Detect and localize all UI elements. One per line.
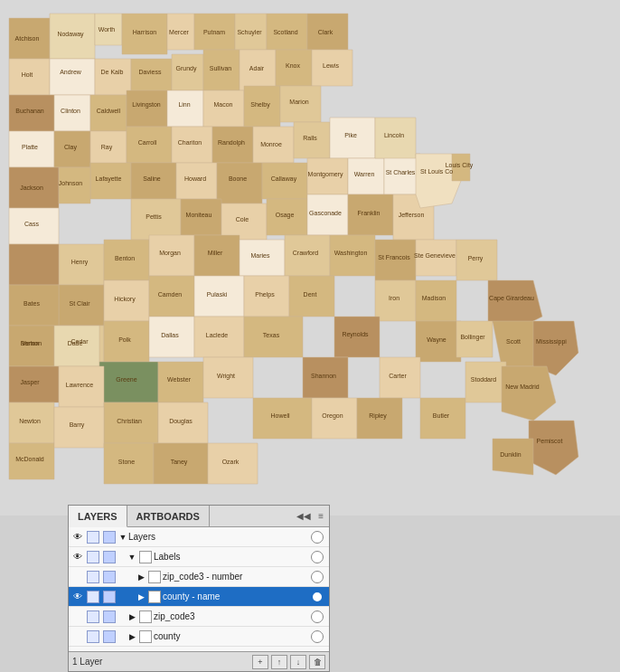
svg-text:Chariton: Chariton — [178, 139, 202, 146]
svg-text:De Kalb: De Kalb — [101, 69, 124, 75]
layer-target-circle[interactable] — [311, 630, 324, 643]
svg-text:McDonald: McDonald — [15, 456, 44, 462]
layer-visibility-icon[interactable]: 👁 — [70, 590, 85, 604]
panel-collapse-icon[interactable]: ◀◀ — [295, 510, 313, 522]
layer-name-label: zip_code3 - number — [163, 572, 311, 582]
svg-text:Macon: Macon — [213, 101, 232, 108]
panel-content: 👁▼Layers👁▼Labels▶zip_code3 - number👁▶cou… — [69, 527, 329, 651]
svg-text:Carter: Carter — [389, 373, 407, 379]
svg-text:Bollinger: Bollinger — [460, 334, 485, 341]
layer-expand-arrow[interactable]: ▼ — [127, 553, 137, 562]
layer-visibility-icon[interactable] — [70, 629, 85, 644]
svg-text:Crawford: Crawford — [293, 250, 319, 256]
panel-header: LAYERS ARTBOARDS ◀◀ ≡ — [69, 506, 329, 527]
svg-text:Dallas: Dallas — [161, 332, 179, 338]
county-grundy — [172, 54, 203, 90]
layer-target-circle[interactable] — [311, 571, 324, 583]
svg-text:Scotland: Scotland — [273, 29, 297, 35]
svg-text:Lawrence: Lawrence — [66, 382, 93, 388]
svg-text:Linn: Linn — [178, 101, 190, 108]
new-layer-icon[interactable]: + — [252, 655, 268, 669]
layer-visibility-icon[interactable] — [70, 610, 85, 624]
panel-menu-icon[interactable]: ≡ — [316, 510, 325, 522]
tab-layers[interactable]: LAYERS — [69, 506, 127, 527]
svg-text:Stoddard: Stoddard — [471, 376, 497, 383]
layer-expand-arrow[interactable]: ▶ — [127, 632, 137, 641]
svg-text:Callaway: Callaway — [271, 175, 297, 183]
layer-target-circle[interactable] — [311, 591, 324, 603]
layer-row-labels-group[interactable]: 👁▼Labels — [69, 547, 329, 567]
layer-color-indicator — [87, 630, 99, 643]
svg-text:Boone: Boone — [229, 175, 247, 182]
layer-color-indicator-2 — [103, 610, 116, 623]
svg-text:St Louis Co: St Louis Co — [420, 168, 453, 175]
layer-name-label: Labels — [154, 552, 311, 562]
svg-text:Louis City: Louis City — [446, 162, 474, 169]
move-up-icon[interactable]: ↑ — [271, 655, 287, 669]
panel-top-right: ◀◀ ≡ — [291, 506, 329, 526]
layer-visibility-icon[interactable]: 👁 — [70, 530, 85, 544]
svg-text:Bates: Bates — [23, 300, 40, 307]
svg-text:Moniteau: Moniteau — [186, 212, 212, 218]
svg-text:Texas: Texas — [263, 332, 280, 338]
svg-text:Barton: Barton — [21, 340, 40, 346]
svg-text:Stone: Stone — [118, 459, 135, 465]
svg-text:Washington: Washington — [334, 250, 368, 257]
svg-text:Clark: Clark — [318, 29, 333, 35]
svg-text:Taney: Taney — [171, 459, 188, 466]
svg-text:Randolph: Randolph — [218, 139, 245, 147]
layer-expand-arrow[interactable]: ▶ — [136, 592, 146, 601]
county-linn — [167, 90, 203, 127]
layer-expand-arrow[interactable]: ▼ — [117, 533, 128, 542]
svg-text:Howard: Howard — [184, 175, 206, 182]
svg-text:Sullivan: Sullivan — [210, 65, 232, 71]
layer-row-zip-code3[interactable]: ▶zip_code3 — [69, 607, 329, 627]
svg-text:Daviess: Daviess — [139, 69, 162, 75]
svg-text:Platte: Platte — [22, 144, 38, 150]
svg-text:Osage: Osage — [276, 212, 295, 219]
svg-text:Mercer: Mercer — [169, 29, 189, 35]
svg-text:Scott: Scott — [506, 338, 521, 345]
svg-text:Ralls: Ralls — [303, 135, 317, 141]
layer-name-label: county — [154, 631, 311, 641]
svg-text:Worth: Worth — [99, 26, 116, 33]
svg-text:Clinton: Clinton — [61, 108, 80, 114]
layer-target-circle[interactable] — [311, 551, 324, 563]
svg-text:Nodaway: Nodaway — [57, 31, 84, 38]
tab-artboards[interactable]: ARTBOARDS — [127, 506, 210, 526]
delete-layer-icon[interactable]: 🗑 — [309, 655, 325, 669]
svg-text:Polk: Polk — [118, 336, 131, 343]
svg-text:Camden: Camden — [158, 291, 183, 298]
svg-text:Warren: Warren — [354, 171, 375, 177]
layer-color-indicator — [87, 551, 99, 563]
svg-text:Greene: Greene — [116, 376, 136, 383]
svg-text:Ripley: Ripley — [369, 412, 387, 420]
layer-type-box — [148, 571, 161, 583]
svg-text:Marion: Marion — [289, 99, 309, 105]
svg-text:Johnson: Johnson — [59, 180, 83, 186]
layer-row-layers-root[interactable]: 👁▼Layers — [69, 527, 329, 547]
layer-expand-arrow[interactable]: ▶ — [127, 612, 137, 621]
layer-expand-arrow[interactable]: ▶ — [136, 573, 146, 582]
layer-color-indicator — [87, 571, 99, 583]
layer-row-county[interactable]: ▶county — [69, 627, 329, 647]
layer-type-box — [148, 591, 161, 603]
svg-text:Adair: Adair — [249, 65, 265, 71]
svg-text:Grundy: Grundy — [176, 65, 197, 72]
svg-text:Wayne: Wayne — [427, 336, 446, 344]
layer-row-zip-code3-number[interactable]: ▶zip_code3 - number — [69, 567, 329, 587]
svg-text:Andrew: Andrew — [60, 69, 82, 75]
layer-row-county-name[interactable]: 👁▶county - name — [69, 587, 329, 607]
layer-visibility-icon[interactable] — [70, 570, 85, 584]
layer-name-label: Layers — [128, 532, 311, 542]
svg-text:Pettis: Pettis — [146, 213, 162, 220]
svg-text:St Francois: St Francois — [378, 254, 410, 260]
svg-text:Christian: Christian — [117, 418, 142, 424]
move-down-icon[interactable]: ↓ — [290, 655, 306, 669]
layer-visibility-icon[interactable]: 👁 — [70, 550, 85, 564]
svg-text:Clay: Clay — [64, 144, 78, 151]
svg-text:Harrison: Harrison — [133, 29, 157, 35]
svg-text:Reynolds: Reynolds — [342, 331, 369, 338]
layer-target-circle[interactable] — [311, 531, 324, 544]
layer-target-circle[interactable] — [311, 610, 324, 623]
